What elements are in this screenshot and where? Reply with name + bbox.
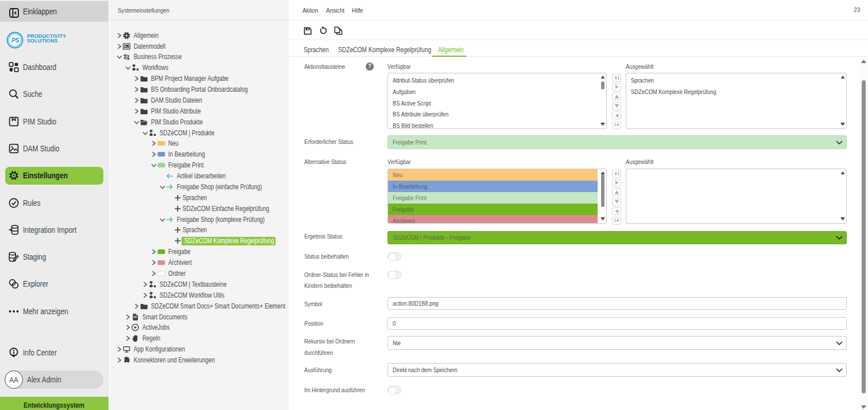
svg-text:PS: PS	[11, 37, 20, 44]
